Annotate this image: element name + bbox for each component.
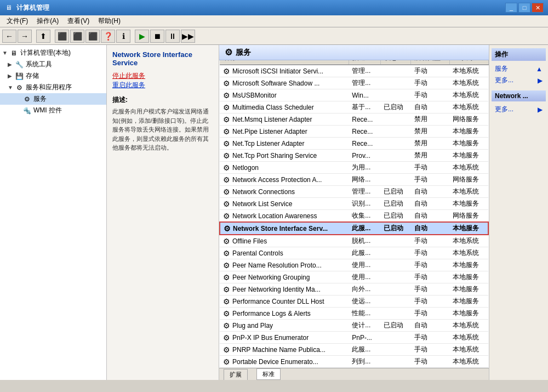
sidebar-item-wmi[interactable]: 🔩 WMI 控件 <box>0 105 106 116</box>
cell-startup: 手动 <box>411 235 450 247</box>
maximize-button[interactable]: □ <box>518 3 530 13</box>
cell-logon: 本地系统 <box>449 356 488 368</box>
table-row[interactable]: ⚙Microsoft Software Shadow ...管理...手动本地系… <box>220 77 488 89</box>
show-hide-button[interactable]: ⬛ <box>55 30 69 43</box>
cell-desc: 管理... <box>349 65 380 77</box>
cell-desc: 使远... <box>349 296 380 308</box>
table-row[interactable]: ⚙Net.Tcp Listener AdapterRece...禁用本地服务 <box>220 138 488 150</box>
tab-standard[interactable]: 标准 <box>256 368 281 380</box>
cell-name: ⚙PnP-X IP Bus Enumerator <box>220 332 349 344</box>
col-desc[interactable]: 描述 <box>349 60 380 65</box>
row-service-icon: ⚙ <box>223 285 230 294</box>
table-row[interactable]: ⚙Network Connections管理...已启动自动本地系统 <box>220 186 488 198</box>
cell-startup: 手动 <box>411 356 450 368</box>
info-service-title: Network Store Interface Service <box>112 50 213 67</box>
forward-button[interactable]: → <box>18 30 32 43</box>
table-row[interactable]: ⚙Performance Counter DLL Host使远...手动本地服务 <box>220 296 488 308</box>
table-row[interactable]: ⚙Netlogon为用...手动本地系统 <box>220 162 488 174</box>
cell-name: ⚙Net.Pipe Listener Adapter <box>220 126 349 138</box>
right-section-title-actions: 操作 <box>492 48 546 61</box>
right-action-services-label: 服务 <box>495 64 508 73</box>
menu-help[interactable]: 帮助(H) <box>94 15 125 27</box>
right-section-title-network: Network ... <box>492 90 546 101</box>
cell-name: ⚙Peer Networking Grouping <box>220 271 349 283</box>
cell-startup: 自动 <box>411 198 450 210</box>
sidebar-item-root[interactable]: ▼ 🖥 计算机管理(本地) <box>0 47 106 59</box>
minimize-button[interactable]: _ <box>505 3 517 13</box>
cell-logon: 本地系统 <box>449 247 488 259</box>
table-row[interactable]: ⚙Net.Pipe Listener AdapterRece...禁用本地服务 <box>220 126 488 138</box>
stop-service-link[interactable]: 停止此服务 <box>112 72 145 79</box>
table-row[interactable]: ⚙Microsoft iSCSI Initiator Servi...管理...… <box>220 65 488 77</box>
table-row[interactable]: ⚙Portable Device Enumerato...列到...手动本地系统 <box>220 356 488 368</box>
cell-logon: 本地服务 <box>449 138 488 150</box>
col-logon[interactable]: 登录为 <box>449 60 488 65</box>
right-action-more2[interactable]: 更多... ▶ <box>492 104 546 115</box>
sidebar-item-system[interactable]: ▶ 🔧 系统工具 <box>0 59 106 70</box>
up-button[interactable]: ⬆ <box>36 30 50 43</box>
cell-name: ⚙Multimedia Class Scheduler <box>220 101 349 113</box>
sidebar-item-storage[interactable]: ▶ 💾 存储 <box>0 70 106 82</box>
back-button[interactable]: ← <box>2 30 16 43</box>
table-row[interactable]: ⚙Performance Logs & Alerts性能...手动本地服务 <box>220 308 488 320</box>
table-row[interactable]: ⚙Network Store Interface Serv...此服...已启动… <box>220 222 488 235</box>
title-bar: 🖥 计算机管理 _ □ ✕ <box>0 0 548 15</box>
table-row[interactable]: ⚙Multimedia Class Scheduler基于...已启动自动本地系… <box>220 101 488 113</box>
cell-logon: 本地系统 <box>449 89 488 101</box>
table-row[interactable]: ⚙Peer Networking Identity Ma...向外...手动本地… <box>220 283 488 296</box>
menu-action[interactable]: 操作(A) <box>32 15 63 27</box>
restart-button[interactable]: ▶▶ <box>181 30 195 43</box>
table-row[interactable]: ⚙Peer Name Resolution Proto...使用...手动本地服… <box>220 259 488 271</box>
table-row[interactable]: ⚙Parental Controls此服...手动本地系统 <box>220 247 488 259</box>
col-status[interactable]: 状态 <box>380 60 411 65</box>
cell-logon: 本地服务 <box>449 283 488 296</box>
cell-logon: 网络服务 <box>449 210 488 223</box>
restart-service-link[interactable]: 重启此服务 <box>112 81 145 89</box>
table-row[interactable]: ⚙Network Location Awareness收集...已启动自动网络服… <box>220 210 488 223</box>
cell-name: ⚙PNRP Machine Name Publica... <box>220 344 349 356</box>
help-button[interactable]: ❓ <box>101 30 115 43</box>
table-container[interactable]: 名称 ▲ 描述 状态 启动类型 登录为 ⚙Microsoft iSCSI Ini… <box>219 60 489 368</box>
right-action-services[interactable]: 服务 ▲ <box>492 63 546 75</box>
cell-status <box>380 247 411 259</box>
sidebar-item-services-apps[interactable]: ▼ ⚙ 服务和应用程序 <box>0 82 106 93</box>
col-name[interactable]: 名称 ▲ <box>220 60 349 65</box>
row-service-icon: ⚙ <box>223 261 230 270</box>
table-row[interactable]: ⚙PNRP Machine Name Publica...此服...手动本地系统 <box>220 344 488 356</box>
pause-button[interactable]: ⏸ <box>165 30 180 43</box>
cell-startup: 手动 <box>411 259 450 271</box>
table-row[interactable]: ⚙Net.Tcp Port Sharing ServiceProv...禁用本地… <box>220 150 488 162</box>
cell-logon: 本地服务 <box>449 222 488 235</box>
right-action-more2-arrow: ▶ <box>538 106 543 113</box>
col-startup[interactable]: 启动类型 <box>411 60 450 65</box>
cell-status <box>380 89 411 101</box>
row-service-icon: ⚙ <box>223 188 230 196</box>
close-button[interactable]: ✕ <box>532 3 544 13</box>
right-action-more1[interactable]: 更多... ▶ <box>492 75 546 86</box>
menu-view[interactable]: 查看(V) <box>63 15 94 27</box>
row-service-icon: ⚙ <box>223 212 230 220</box>
menu-file[interactable]: 文件(F) <box>2 15 32 27</box>
row-service-icon: ⚙ <box>223 103 230 112</box>
sidebar-item-system-label: 系统工具 <box>26 60 52 69</box>
sidebar-item-services[interactable]: ⚙ 服务 <box>0 93 106 105</box>
play-button[interactable]: ▶ <box>135 30 149 43</box>
cell-status <box>380 174 411 186</box>
table-row[interactable]: ⚙Peer Networking Grouping使用...手动本地服务 <box>220 271 488 283</box>
stop-button[interactable]: ⏹ <box>150 30 164 43</box>
table-row[interactable]: ⚙MsUSBMonitorWin...手动本地系统 <box>220 89 488 101</box>
cell-name: ⚙Plug and Play <box>220 320 349 332</box>
table-row[interactable]: ⚙Network Access Protection A...网络...手动网络… <box>220 174 488 186</box>
properties-button[interactable]: ⬛ <box>85 30 100 43</box>
table-row[interactable]: ⚙Network List Service识别...已启动自动本地服务 <box>220 198 488 210</box>
info-button[interactable]: ℹ <box>116 30 130 43</box>
tree-arrow: ▼ <box>2 50 9 56</box>
cell-status <box>380 162 411 174</box>
table-row[interactable]: ⚙Plug and Play使计...已启动自动本地系统 <box>220 320 488 332</box>
table-row[interactable]: ⚙Net.Msmq Listener AdapterRece...禁用网络服务 <box>220 113 488 126</box>
export-button[interactable]: ⬛ <box>70 30 84 43</box>
table-row[interactable]: ⚙PnP-X IP Bus EnumeratorPnP-...手动本地系统 <box>220 332 488 344</box>
cell-desc: 脱机... <box>349 235 380 247</box>
tab-expand[interactable]: 扩展 <box>224 369 248 380</box>
table-row[interactable]: ⚙Offline Files脱机...手动本地系统 <box>220 235 488 247</box>
